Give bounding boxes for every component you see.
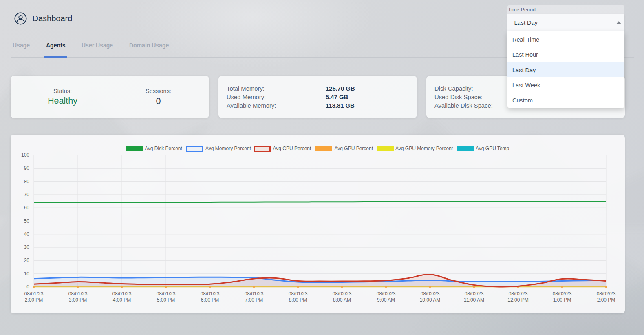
svg-text:10: 10 bbox=[24, 271, 30, 277]
svg-text:08/01/23: 08/01/23 bbox=[112, 291, 132, 297]
svg-text:70: 70 bbox=[24, 192, 30, 197]
svg-text:8:00 PM: 8:00 PM bbox=[289, 297, 307, 303]
svg-text:8:00 AM: 8:00 AM bbox=[333, 297, 351, 303]
svg-text:08/01/23: 08/01/23 bbox=[245, 291, 264, 297]
svg-text:1:00 PM: 1:00 PM bbox=[553, 297, 571, 303]
svg-text:08/02/23: 08/02/23 bbox=[465, 291, 484, 297]
svg-text:08/02/23: 08/02/23 bbox=[333, 291, 352, 297]
svg-text:60: 60 bbox=[24, 205, 30, 211]
svg-text:10:00 AM: 10:00 AM bbox=[420, 297, 441, 303]
svg-text:08/01/23: 08/01/23 bbox=[289, 291, 308, 297]
svg-text:08/02/23: 08/02/23 bbox=[553, 291, 572, 297]
svg-text:08/01/23: 08/01/23 bbox=[157, 291, 176, 297]
svg-text:08/02/23: 08/02/23 bbox=[377, 291, 396, 297]
svg-text:7:00 PM: 7:00 PM bbox=[245, 297, 263, 303]
svg-text:20: 20 bbox=[24, 257, 30, 263]
svg-text:6:00 PM: 6:00 PM bbox=[201, 297, 219, 303]
svg-text:5:00 PM: 5:00 PM bbox=[157, 297, 175, 303]
svg-text:08/01/23: 08/01/23 bbox=[201, 291, 220, 297]
svg-text:50: 50 bbox=[24, 218, 30, 224]
svg-text:40: 40 bbox=[24, 231, 30, 237]
svg-text:2:00 PM: 2:00 PM bbox=[25, 297, 43, 303]
svg-text:0: 0 bbox=[26, 284, 29, 290]
svg-text:08/02/23: 08/02/23 bbox=[597, 291, 616, 297]
svg-text:08/02/23: 08/02/23 bbox=[421, 291, 440, 297]
svg-text:08/01/23: 08/01/23 bbox=[68, 291, 88, 297]
svg-text:30: 30 bbox=[24, 244, 30, 250]
svg-text:12:00 PM: 12:00 PM bbox=[507, 297, 528, 303]
svg-text:80: 80 bbox=[24, 179, 30, 184]
svg-text:4:00 PM: 4:00 PM bbox=[113, 297, 131, 303]
svg-text:11:00 AM: 11:00 AM bbox=[464, 297, 484, 303]
svg-text:9:00 AM: 9:00 AM bbox=[377, 297, 395, 303]
svg-text:08/02/23: 08/02/23 bbox=[509, 291, 528, 297]
svg-text:3:00 PM: 3:00 PM bbox=[69, 297, 87, 303]
svg-text:2:00 PM: 2:00 PM bbox=[597, 297, 615, 303]
svg-text:08/01/23: 08/01/23 bbox=[24, 291, 44, 297]
svg-text:90: 90 bbox=[24, 165, 30, 171]
svg-text:100: 100 bbox=[21, 152, 29, 158]
